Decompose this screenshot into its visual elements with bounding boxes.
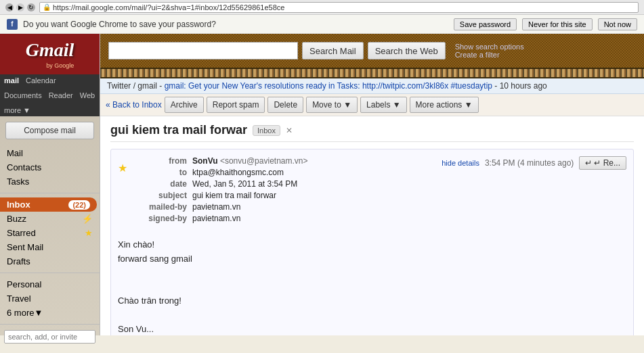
sidebar-divider-3 xyxy=(0,324,100,325)
subject-label: subject xyxy=(133,191,187,200)
drafts-label: Drafts xyxy=(7,256,30,266)
star-button[interactable]: ★ xyxy=(118,162,127,174)
more-actions-label: More actions ▼ xyxy=(416,100,473,110)
reply-label: ↵ Re... xyxy=(594,158,620,168)
from-value: SonVu <sonvu@pavietnam.vn> xyxy=(192,156,442,166)
email-header-row: ★ from SonVu <sonvu@pavietnam.vn> to ktp… xyxy=(118,156,626,230)
reply-arrow-icon: ↵ xyxy=(585,158,592,168)
more-actions-button[interactable]: More actions ▼ xyxy=(410,97,479,113)
show-search-options-link[interactable]: Show search options xyxy=(455,43,524,51)
back-to-inbox-button[interactable]: « Back to Inbox xyxy=(106,100,162,110)
reply-button[interactable]: ↵ ↵ Re... xyxy=(579,156,626,170)
to-label: to xyxy=(133,168,187,177)
refresh-button[interactable]: ↻ xyxy=(27,3,35,11)
password-bar-text: Do you want Google Chrome to save your p… xyxy=(23,20,448,29)
more-link[interactable]: more ▼ xyxy=(4,106,30,114)
email-time: 3:54 PM (4 minutes ago) xyxy=(485,158,574,168)
delete-button[interactable]: Delete xyxy=(267,97,303,113)
tasks-label: Tasks xyxy=(7,176,29,187)
not-now-button[interactable]: Not now xyxy=(598,18,637,30)
facebook-icon: f xyxy=(7,19,18,30)
sidebar-search-input[interactable] xyxy=(4,330,95,344)
sidebar-divider xyxy=(0,193,100,193)
reader-link[interactable]: Reader xyxy=(49,91,73,99)
contacts-label: Contacts xyxy=(7,162,41,172)
email-toolbar: « Back to Inbox Archive Report spam Dele… xyxy=(100,94,644,116)
subject-value: gui kiem tra mail forwar xyxy=(192,191,442,200)
search-mail-button[interactable]: Search Mail xyxy=(302,42,364,60)
sidebar: Gmail by Google mail Calendar Documents … xyxy=(0,34,100,335)
google-top-bar: mail Calendar Documents Reader Web more … xyxy=(0,74,100,116)
close-tag-button[interactable]: ✕ xyxy=(286,126,293,135)
mail-label: Mail xyxy=(7,148,23,158)
search-input[interactable] xyxy=(108,42,298,60)
travel-label: Travel xyxy=(7,293,31,304)
date-value: Wed, Jan 5, 2011 at 3:54 PM xyxy=(192,179,442,189)
email-view: gui kiem tra mail forwar Inbox ✕ ★ from … xyxy=(100,116,644,335)
email-subject-bar: gui kiem tra mail forwar Inbox ✕ xyxy=(110,123,634,142)
date-label: date xyxy=(133,179,187,189)
twitter-suffix: - 10 hours ago xyxy=(494,81,546,91)
sent-label: Sent Mail xyxy=(7,242,43,252)
sidebar-item-inbox[interactable]: Inbox (22) xyxy=(0,197,97,212)
sidebar-item-starred[interactable]: Starred ★ xyxy=(0,226,100,240)
chrome-nav-buttons: ◀ ▶ ↻ xyxy=(5,3,35,11)
personal-label: Personal xyxy=(7,279,41,289)
save-password-button[interactable]: Save password xyxy=(454,18,517,30)
report-spam-button[interactable]: Report spam xyxy=(207,97,265,113)
starred-label: Starred xyxy=(7,228,36,238)
inbox-tag: Inbox xyxy=(253,125,280,136)
to-value: ktpa@khaithongsmc.com xyxy=(192,168,442,177)
lock-icon: 🔒 xyxy=(43,3,51,11)
url-text: https://mail.google.com/mail/?ui=2&shva=… xyxy=(53,3,284,11)
twitter-notification-bar: Twitter / gmail - gmail: Get your New Ye… xyxy=(100,78,644,94)
app-label: mail xyxy=(4,76,19,85)
sidebar-item-sent[interactable]: Sent Mail xyxy=(0,240,100,254)
content-area: Search Mail Search the Web Show search o… xyxy=(100,34,644,335)
compose-button[interactable]: Compose mail xyxy=(5,122,94,139)
gmail-logo: Gmail by Google xyxy=(0,34,100,74)
chrome-address-bar: ◀ ▶ ↻ 🔒 https://mail.google.com/mail/?ui… xyxy=(0,0,644,15)
twitter-link[interactable]: gmail: Get your New Year's resolutions r… xyxy=(165,81,492,91)
from-label: from xyxy=(133,156,187,166)
twitter-prefix: Twitter / gmail - xyxy=(107,81,165,91)
sidebar-item-personal[interactable]: Personal xyxy=(0,277,100,291)
inbox-label: Inbox xyxy=(7,199,30,210)
search-options: Show search options Create a filter xyxy=(455,43,524,59)
signed-by-value: pavietnam.vn xyxy=(192,214,442,223)
labels-label: Labels ▼ xyxy=(366,100,401,110)
sidebar-item-more[interactable]: 6 more▼ xyxy=(0,306,100,320)
email-meta: from SonVu <sonvu@pavietnam.vn> to ktpa@… xyxy=(133,156,442,223)
sidebar-item-drafts[interactable]: Drafts xyxy=(0,254,100,268)
email-message: ★ from SonVu <sonvu@pavietnam.vn> to ktp… xyxy=(110,149,634,335)
hide-details-button[interactable]: hide details xyxy=(442,159,479,167)
back-button[interactable]: ◀ xyxy=(5,3,14,11)
documents-link[interactable]: Documents xyxy=(4,91,42,99)
gmail-by-google-text: by Google xyxy=(26,62,74,69)
sidebar-item-contacts[interactable]: Contacts xyxy=(0,160,100,174)
never-button[interactable]: Never for this site xyxy=(522,18,593,30)
web-link[interactable]: Web xyxy=(80,91,95,99)
sidebar-divider-2 xyxy=(0,273,100,273)
signed-by-label: signed-by xyxy=(133,214,187,223)
search-bar: Search Mail Search the Web Show search o… xyxy=(100,34,644,68)
sidebar-nav: Mail Contacts Tasks xyxy=(0,145,100,190)
email-header-info: from SonVu <sonvu@pavietnam.vn> to ktpa@… xyxy=(133,156,442,230)
password-save-bar: f Do you want Google Chrome to save your… xyxy=(0,15,644,34)
create-filter-link[interactable]: Create a filter xyxy=(455,51,524,59)
move-to-button[interactable]: Move to ▼ xyxy=(306,97,358,113)
archive-button[interactable]: Archive xyxy=(165,97,204,113)
from-email: <sonvu@pavietnam.vn> xyxy=(220,156,308,166)
sidebar-item-buzz[interactable]: Buzz ⚡ xyxy=(0,212,100,226)
address-bar[interactable]: 🔒 https://mail.google.com/mail/?ui=2&shv… xyxy=(39,2,639,13)
starred-star-icon: ★ xyxy=(85,228,93,238)
gmail-logo-text: Gmail xyxy=(26,39,74,61)
labels-button[interactable]: Labels ▼ xyxy=(360,97,407,113)
sidebar-item-mail[interactable]: Mail xyxy=(0,146,100,160)
sidebar-item-travel[interactable]: Travel xyxy=(0,291,100,306)
calendar-link[interactable]: Calendar xyxy=(26,76,56,85)
sidebar-item-tasks[interactable]: Tasks xyxy=(0,174,100,189)
move-to-label: Move to ▼ xyxy=(312,100,351,110)
forward-button[interactable]: ▶ xyxy=(16,3,24,11)
search-web-button[interactable]: Search the Web xyxy=(368,42,446,60)
